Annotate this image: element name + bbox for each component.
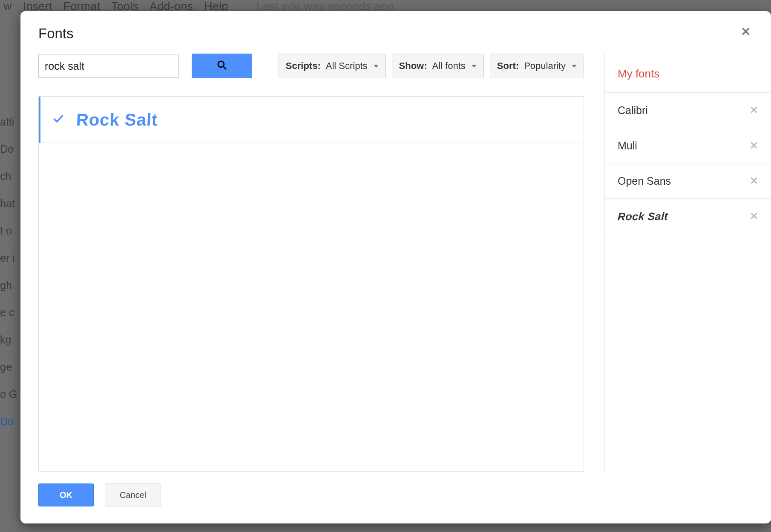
search-icon	[216, 60, 227, 72]
my-font-name: Rock Salt	[617, 210, 668, 223]
my-font-item[interactable]: Open Sans ✕	[605, 163, 771, 199]
chevron-down-icon	[374, 65, 379, 68]
close-icon[interactable]: ✕	[741, 25, 751, 39]
my-font-item[interactable]: Calibri ✕	[605, 93, 771, 128]
my-font-name: Muli	[618, 140, 637, 152]
search-button[interactable]	[192, 54, 252, 78]
svg-line-1	[223, 66, 226, 69]
svg-point-0	[218, 61, 224, 67]
ok-button[interactable]: OK	[38, 483, 94, 506]
scripts-filter-value: All Scripts	[326, 60, 368, 72]
font-result-item[interactable]: Rock Salt	[39, 97, 584, 143]
remove-font-icon[interactable]: ✕	[750, 175, 758, 187]
my-font-item[interactable]: Rock Salt ✕	[605, 199, 771, 234]
chevron-down-icon	[572, 65, 577, 68]
scripts-filter-dropdown[interactable]: Scripts: All Scripts	[279, 54, 386, 78]
fonts-dialog: Fonts ✕ Scripts: All Scrip	[20, 11, 771, 523]
my-fonts-panel: My fonts Calibri ✕ Muli ✕ Open Sans ✕ Ro…	[604, 54, 771, 472]
sort-filter-dropdown[interactable]: Sort: Popularity	[490, 54, 584, 78]
remove-font-icon[interactable]: ✕	[750, 140, 758, 152]
my-font-item[interactable]: Muli ✕	[605, 128, 771, 163]
remove-font-icon[interactable]: ✕	[750, 210, 758, 222]
background-left-text: atti Do ch hat t o er i gh e c kg ge o G…	[0, 108, 17, 435]
font-result-name: Rock Salt	[76, 110, 158, 129]
sort-filter-value: Popularity	[524, 60, 566, 72]
remove-font-icon[interactable]: ✕	[750, 104, 758, 116]
my-font-name: Open Sans	[618, 175, 671, 187]
my-fonts-title: My fonts	[605, 60, 771, 93]
scripts-filter-prefix: Scripts:	[286, 60, 321, 72]
my-font-name: Calibri	[618, 104, 648, 117]
chevron-down-icon	[472, 65, 477, 68]
font-results-list[interactable]: Rock Salt	[38, 96, 584, 472]
dialog-title: Fonts	[38, 26, 74, 42]
show-filter-prefix: Show:	[399, 60, 427, 72]
show-filter-value: All fonts	[432, 60, 466, 72]
checkmark-icon	[52, 113, 64, 126]
sort-filter-prefix: Sort:	[497, 60, 519, 72]
cancel-button[interactable]: Cancel	[105, 483, 161, 506]
show-filter-dropdown[interactable]: Show: All fonts	[392, 54, 484, 78]
font-search-input[interactable]	[38, 54, 179, 78]
